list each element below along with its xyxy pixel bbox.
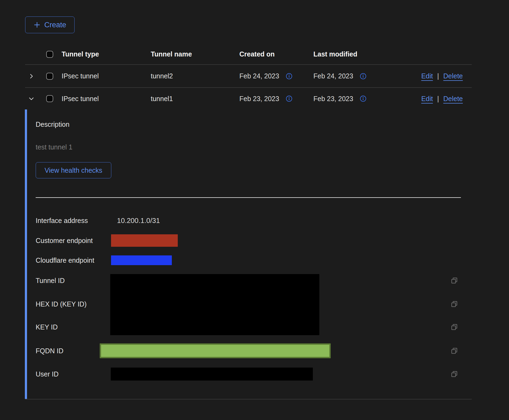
delete-link[interactable]: Delete xyxy=(443,72,463,80)
tunnel-name-cell: tunnel1 xyxy=(151,95,239,103)
cloudflare-endpoint-label: Cloudflare endpoint xyxy=(36,256,94,264)
tunnels-table: Tunnel type Tunnel name Created on Last … xyxy=(25,44,472,399)
last-modified-date: Feb 24, 2023 xyxy=(313,72,353,80)
delete-link[interactable]: Delete xyxy=(443,95,463,103)
copy-icon xyxy=(451,301,458,308)
chevron-down-icon xyxy=(28,96,34,102)
create-button-label: Create xyxy=(44,21,66,29)
customer-endpoint-redacted-value xyxy=(111,234,178,247)
row-checkbox[interactable] xyxy=(46,95,53,102)
checkbox-cell xyxy=(38,95,62,102)
edit-link[interactable]: Edit xyxy=(421,95,433,103)
hex-id-label: HEX ID (KEY ID) xyxy=(36,300,86,308)
fqdn-id-redacted-value xyxy=(100,344,331,358)
edit-link[interactable]: Edit xyxy=(421,72,433,80)
created-on-cell: Feb 23, 2023 xyxy=(239,95,313,103)
interface-address-label: Interface address xyxy=(36,217,88,225)
copy-tunnel-id-button[interactable] xyxy=(451,277,458,284)
copy-fqdn-id-button[interactable] xyxy=(451,347,458,355)
last-modified-date: Feb 23, 2023 xyxy=(313,95,353,103)
copy-icon xyxy=(451,324,458,331)
tunnel-type-cell: IPsec tunnel xyxy=(62,95,151,103)
copy-icon xyxy=(451,277,458,284)
plus-icon xyxy=(34,21,41,28)
view-health-checks-button[interactable]: View health checks xyxy=(36,162,111,178)
last-modified-cell: Feb 23, 2023 xyxy=(313,95,416,103)
fqdn-id-label: FQDN ID xyxy=(36,347,63,355)
chevron-right-icon xyxy=(28,73,34,79)
created-on-date: Feb 23, 2023 xyxy=(239,95,279,103)
column-header-created-on: Created on xyxy=(239,50,313,58)
copy-key-id-button[interactable] xyxy=(451,324,458,331)
tunnel-id-redacted-value xyxy=(110,274,319,335)
row-actions: Edit | Delete xyxy=(416,95,472,103)
checkbox-cell xyxy=(38,73,62,80)
view-health-checks-label: View health checks xyxy=(45,166,102,174)
created-on-date: Feb 24, 2023 xyxy=(239,72,279,80)
column-header-tunnel-name: Tunnel name xyxy=(151,50,239,58)
cloudflare-endpoint-redacted-value xyxy=(111,255,172,265)
description-value: test tunnel 1 xyxy=(36,143,72,151)
column-header-last-modified: Last modified xyxy=(313,50,416,58)
tunnel-type-cell: IPsec tunnel xyxy=(62,72,151,80)
tunnel-name-cell: tunnel2 xyxy=(151,72,239,80)
info-icon[interactable] xyxy=(360,95,367,102)
info-icon[interactable] xyxy=(286,95,293,102)
tunnel-detail-panel: Description test tunnel 1 View health ch… xyxy=(25,109,472,399)
row-checkbox[interactable] xyxy=(46,73,53,80)
create-button[interactable]: Create xyxy=(25,16,75,33)
key-id-label: KEY ID xyxy=(36,323,58,331)
collapse-row-button[interactable] xyxy=(25,96,38,102)
copy-icon xyxy=(451,371,458,378)
info-icon[interactable] xyxy=(360,73,367,80)
table-row-tunnel1: IPsec tunnel tunnel1 Feb 23, 2023 Feb 23… xyxy=(25,88,472,109)
copy-icon xyxy=(451,347,458,355)
ipsec-tunnels-page: Create Tunnel type Tunnel name Created o… xyxy=(0,0,509,420)
copy-user-id-button[interactable] xyxy=(451,371,458,378)
user-id-redacted-value xyxy=(111,368,313,381)
expander-cell xyxy=(25,73,38,79)
page-content: Create Tunnel type Tunnel name Created o… xyxy=(25,0,472,399)
interface-address-value: 10.200.1.0/31 xyxy=(117,216,160,225)
select-all-checkbox[interactable] xyxy=(46,51,53,58)
action-separator: | xyxy=(437,95,439,103)
user-id-label: User ID xyxy=(36,370,59,378)
row-actions: Edit | Delete xyxy=(416,72,472,80)
info-icon[interactable] xyxy=(286,73,293,80)
header-checkbox-cell xyxy=(38,51,62,58)
copy-hex-id-button[interactable] xyxy=(451,301,458,308)
customer-endpoint-label: Customer endpoint xyxy=(36,237,93,245)
action-separator: | xyxy=(437,72,439,80)
table-row-tunnel2: IPsec tunnel tunnel2 Feb 24, 2023 Feb 24… xyxy=(25,65,472,88)
column-header-tunnel-type: Tunnel type xyxy=(62,50,151,58)
description-label: Description xyxy=(36,121,69,128)
panel-accent-bar xyxy=(25,109,27,399)
expand-row-button[interactable] xyxy=(25,73,38,79)
table-header-row: Tunnel type Tunnel name Created on Last … xyxy=(25,44,472,65)
tunnel-id-label: Tunnel ID xyxy=(36,277,65,285)
last-modified-cell: Feb 24, 2023 xyxy=(313,72,416,80)
expander-cell xyxy=(25,96,38,102)
section-divider xyxy=(36,197,461,198)
created-on-cell: Feb 24, 2023 xyxy=(239,72,313,80)
